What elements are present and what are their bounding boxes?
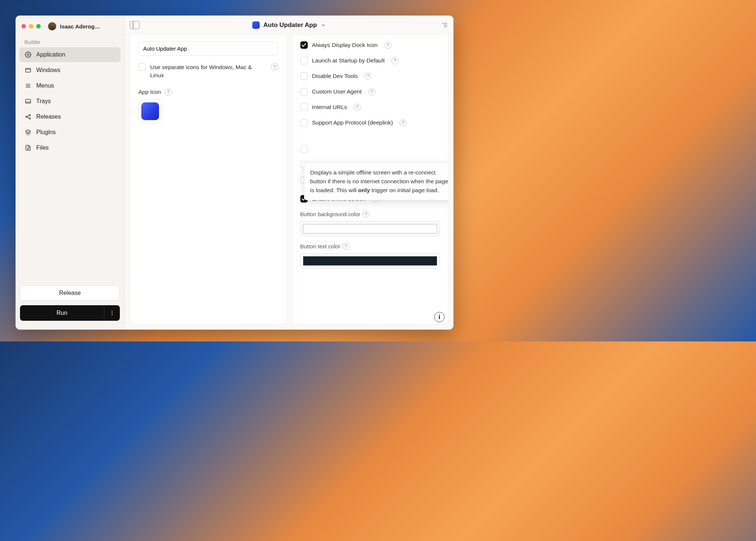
app-name-input[interactable] [138, 41, 278, 56]
title-center[interactable]: Auto Updater App [144, 21, 434, 29]
separate-icons-row: Use separate icons for Windows, Mac & Li… [138, 63, 278, 80]
run-button[interactable]: Run [20, 305, 104, 321]
option-launch-at-startup: Launch at Startup by Default ? [300, 57, 440, 64]
separate-icons-checkbox[interactable] [138, 63, 146, 71]
sidebar-nav: Application Windows Menus Trays [16, 47, 124, 155]
main-area: Auto Updater App Use separate icons for … [125, 16, 453, 330]
option-label: Internal URLs [312, 104, 347, 110]
help-icon[interactable]: ? [399, 119, 406, 126]
app-icon-well[interactable] [138, 99, 162, 123]
sidebar-item-menus[interactable]: Menus [19, 78, 121, 93]
toolbar-right[interactable] [439, 22, 448, 28]
checkbox[interactable] [300, 103, 308, 111]
sidebar-item-label: Trays [36, 98, 51, 105]
checkbox[interactable] [300, 88, 308, 95]
app-icon-preview [141, 102, 159, 120]
checkbox[interactable] [300, 41, 308, 49]
help-icon[interactable]: ? [364, 73, 371, 80]
svg-point-16 [112, 311, 112, 312]
run-more-button[interactable] [104, 305, 120, 321]
help-icon[interactable]: ? [165, 89, 172, 96]
sidebar-item-application[interactable]: Application [19, 47, 121, 62]
sidebar-item-label: Releases [36, 113, 61, 120]
color-swatch [303, 224, 438, 234]
button-text-color-input[interactable] [300, 254, 440, 268]
minimize-window-button[interactable] [29, 24, 33, 28]
avatar[interactable] [48, 22, 56, 30]
sidebar-item-label: Windows [36, 67, 60, 74]
svg-line-12 [27, 117, 29, 118]
help-tooltip: Displays a simple offline screen with a … [304, 163, 449, 200]
window-icon [24, 67, 32, 74]
checkbox[interactable] [300, 146, 308, 153]
option-disable-dev-tools: Disable Dev Tools ? [300, 72, 440, 80]
dots-vertical-icon [109, 310, 115, 316]
separate-icons-label: Use separate icons for Windows, Mac & Li… [150, 63, 264, 80]
username-label[interactable]: Isaac Aderog… [60, 23, 118, 30]
sidebar-item-label: Plugins [36, 129, 55, 136]
tray-icon [24, 98, 32, 105]
help-icon[interactable]: ? [271, 63, 278, 70]
sidebar-item-label: Files [36, 144, 49, 151]
info-button[interactable]: i [434, 312, 445, 322]
checkbox[interactable] [300, 119, 308, 126]
checkbox[interactable] [300, 72, 308, 80]
sidebar-item-plugins[interactable]: Plugins [19, 125, 121, 140]
sidebar: Isaac Aderog… Builder Application Window… [16, 16, 125, 330]
app-window: Isaac Aderog… Builder Application Window… [16, 16, 453, 330]
help-icon[interactable]: ? [384, 42, 391, 49]
panel-app-identity: Use separate icons for Windows, Mac & Li… [130, 35, 287, 324]
help-icon[interactable]: ? [354, 104, 361, 111]
button-text-color-label: Button text color ? [300, 243, 440, 250]
help-icon[interactable]: ? [362, 211, 369, 218]
option-internal-urls: Internal URLs ? [300, 103, 440, 111]
svg-marker-13 [26, 130, 31, 133]
option-label: Disable Dev Tools [312, 73, 358, 79]
sidebar-item-releases[interactable]: Releases [19, 109, 121, 124]
window-controls [21, 24, 41, 28]
help-icon[interactable]: ? [391, 57, 398, 64]
layers-icon [24, 129, 32, 136]
sidebar-item-trays[interactable]: Trays [19, 94, 121, 109]
sidebar-item-windows[interactable]: Windows [19, 63, 121, 78]
close-window-button[interactable] [21, 24, 26, 28]
gear-icon [24, 51, 32, 58]
share-icon [24, 113, 32, 120]
help-icon[interactable]: ? [368, 88, 375, 95]
button-bg-color-input[interactable] [300, 221, 440, 236]
release-button[interactable]: Release [20, 285, 120, 301]
button-bg-color-label: Button background color ? [300, 211, 440, 218]
chevron-down-icon [321, 23, 326, 28]
svg-line-11 [27, 115, 29, 116]
svg-point-0 [27, 54, 29, 56]
toggle-sidebar-button[interactable] [130, 21, 139, 29]
tooltip-text-after: trigger on initial page load. [370, 187, 439, 193]
list-icon [442, 22, 448, 28]
sidebar-item-label: Application [36, 51, 65, 58]
titlebar-left: Isaac Aderog… [16, 19, 124, 35]
svg-point-17 [112, 313, 112, 313]
option-label: Always Display Dock Icon [312, 42, 378, 48]
option-label: Launch at Startup by Default [312, 57, 385, 64]
titlebar: Auto Updater App [125, 16, 453, 35]
app-icon-label: App Icon ? [138, 89, 278, 96]
content-columns: Use separate icons for Windows, Mac & Li… [125, 35, 453, 330]
help-icon[interactable]: ? [342, 243, 350, 250]
svg-rect-1 [26, 68, 31, 72]
menu-icon [24, 82, 32, 89]
option-label: Custom User Agent [312, 88, 362, 95]
fullscreen-window-button[interactable] [36, 24, 41, 28]
sidebar-footer: Release Run [16, 280, 124, 326]
option-custom-user-agent: Custom User Agent ? [300, 88, 440, 95]
app-title: Auto Updater App [263, 21, 317, 29]
option-support-app-protocol: Support App Protocol (deeplink) ? [300, 119, 440, 126]
checkbox[interactable] [300, 57, 308, 64]
app-icon [252, 21, 260, 29]
svg-point-18 [112, 314, 112, 315]
sidebar-item-files[interactable]: Files [19, 140, 121, 155]
sidebar-item-label: Menus [36, 82, 54, 89]
file-icon [24, 144, 32, 152]
panel-app-options: Always Display Dock Icon ? Launch at Sta… [292, 35, 449, 324]
option-label: Support App Protocol (deeplink) [312, 119, 393, 126]
color-swatch [303, 256, 438, 266]
